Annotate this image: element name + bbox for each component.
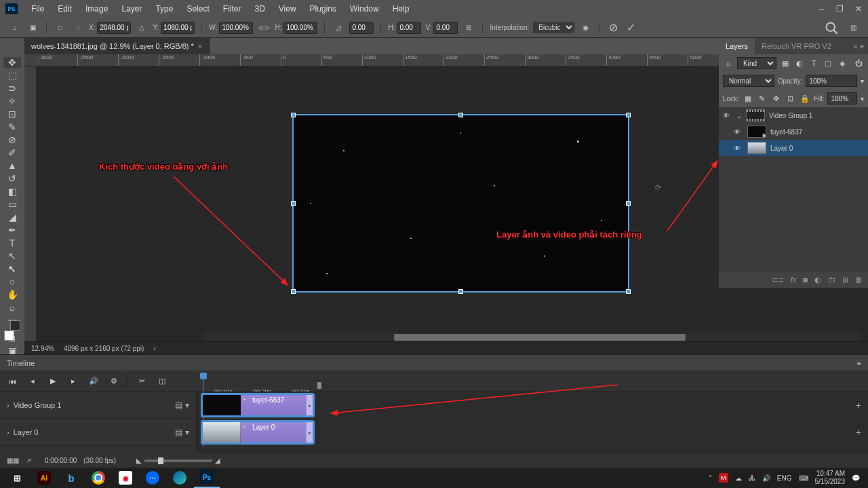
visibility-icon[interactable]: 👁 (723, 112, 732, 119)
delta-icon[interactable]: △ (135, 21, 149, 35)
new-layer-icon[interactable]: ⊞ (842, 276, 848, 284)
handle-mid-left[interactable] (291, 201, 296, 206)
filter-toggle-icon[interactable]: ⏻ (853, 58, 864, 69)
blend-mode-select[interactable]: Normal (723, 75, 774, 87)
workspace-icon[interactable]: ▥ (846, 21, 860, 35)
menu-window[interactable]: Window (343, 4, 386, 14)
visibility-icon[interactable]: 👁 (734, 128, 743, 136)
taskbar-app-edge[interactable] (167, 468, 193, 488)
interp-select[interactable]: Bicubic (533, 22, 574, 33)
hand-tool[interactable]: ✋ (3, 289, 21, 300)
handle-bottom-left[interactable] (291, 289, 296, 294)
menu-select[interactable]: Select (180, 4, 216, 14)
taskbar-app-bing[interactable]: b (58, 468, 84, 488)
path-select-tool[interactable]: ↖ (3, 250, 21, 261)
skew-v-input[interactable] (433, 22, 458, 34)
lock-position-icon[interactable]: ✥ (771, 93, 782, 104)
timeline-track-label[interactable]: › Layer 0 ▤▾ (0, 419, 196, 446)
tray-clock[interactable]: 10:47 AM 5/15/2023 (815, 470, 846, 486)
w-input[interactable] (219, 22, 253, 34)
filter-type-icon[interactable]: T (808, 58, 819, 69)
track-options-icon[interactable]: ▤ (175, 400, 182, 410)
transform-bounding-box[interactable] (292, 114, 629, 293)
anti-alias-icon[interactable]: ◉̶ (578, 21, 592, 35)
reference-point-icon[interactable]: □ (54, 21, 67, 35)
h-input[interactable] (283, 22, 317, 34)
crop-tool[interactable]: ⊡ (3, 109, 21, 119)
fill-input[interactable] (827, 92, 857, 105)
visibility-icon[interactable]: 👁 (734, 145, 743, 152)
eraser-tool[interactable]: ◧ (3, 186, 21, 197)
eyedropper-tool[interactable]: ✎ (3, 121, 21, 132)
layer-row[interactable]: 👁 Layer 0 (719, 140, 868, 156)
prev-frame-icon[interactable]: ◂ (26, 375, 39, 388)
settings-icon[interactable]: ⚙ (107, 375, 121, 388)
tray-network-icon[interactable]: 🖧 (749, 474, 755, 482)
warp-icon[interactable]: ⊞ (462, 21, 475, 35)
next-frame-icon[interactable]: ▸ (66, 375, 80, 388)
cancel-transform-icon[interactable]: ⊘ (606, 21, 620, 35)
zoom-level[interactable]: 12.94% (31, 345, 54, 352)
zoom-in-icon[interactable]: ◢ (215, 457, 220, 464)
tab-retouch-vr[interactable]: Retouch VR PRO V2 (755, 38, 838, 54)
group-disclosure-icon[interactable]: ⌄ (736, 112, 742, 119)
move-tool[interactable]: ✥ (3, 57, 21, 68)
x-input[interactable] (97, 22, 131, 34)
tab-layers[interactable]: Layers (719, 38, 755, 54)
frame-animation-icon[interactable]: ▦▦ (7, 457, 19, 464)
skew-h-input[interactable] (397, 22, 421, 34)
split-clip-icon[interactable]: ✂ (135, 375, 149, 388)
menu-3d[interactable]: 3D (248, 4, 271, 14)
timeline-track-label[interactable]: › Video Group 1 ▤▾ (0, 392, 196, 419)
lock-all-icon[interactable]: 🔒 (800, 93, 810, 104)
handle-mid-right[interactable] (626, 201, 631, 206)
timeline-zoom-slider[interactable] (144, 459, 212, 462)
tray-mcafee-icon[interactable]: M (719, 473, 728, 483)
clip-end-handle[interactable]: ▸ (306, 395, 313, 415)
close-tab-icon[interactable]: × (198, 42, 202, 50)
search-icon[interactable] (825, 21, 838, 35)
menu-layer[interactable]: Layer (115, 4, 149, 14)
menu-view[interactable]: View (272, 4, 303, 14)
tray-volume-icon[interactable]: 🔊 (762, 474, 770, 482)
handle-bottom-right[interactable] (626, 289, 631, 294)
group-layers-icon[interactable]: 🗀 (828, 276, 835, 284)
timeline-menu-icon[interactable]: ≡ (857, 359, 861, 367)
menu-plugins[interactable]: Plugins (303, 4, 343, 14)
work-area-end[interactable] (317, 382, 321, 389)
add-media-icon[interactable]: + (856, 400, 861, 411)
handle-top-center[interactable] (458, 113, 463, 117)
go-to-first-frame-icon[interactable]: ⏮ (5, 375, 19, 388)
horizontal-scrollbar[interactable] (204, 333, 860, 341)
window-minimize-icon[interactable]: ─ (817, 5, 826, 14)
taskbar-app-illustrator[interactable]: Ai (31, 468, 57, 488)
gradient-tool[interactable]: ▭ (3, 199, 21, 210)
audio-icon[interactable]: 🔊 (87, 375, 100, 388)
zoom-out-icon[interactable]: ◣ (136, 457, 142, 464)
adjustment-layer-icon[interactable]: ◐ (814, 276, 821, 284)
document-tab[interactable]: wolves-1341881.jpg @ 12.9% (Layer 0, RGB… (24, 38, 210, 54)
type-tool[interactable]: T (3, 238, 21, 248)
track-disclosure-icon[interactable]: › (7, 401, 9, 409)
fx-icon[interactable]: fx (791, 276, 797, 284)
clone-stamp-tool[interactable]: ▲ (3, 160, 21, 171)
panel-menu-icon[interactable]: ≡ (860, 43, 864, 50)
tray-ime-icon[interactable]: ⌨ (799, 474, 808, 482)
timeline-clip[interactable]: › tuyet-6837 ▸ (201, 393, 315, 417)
angle-input[interactable] (349, 22, 374, 34)
layer-mask-icon[interactable]: ◙ (803, 276, 808, 284)
status-chevron-icon[interactable]: › (153, 345, 155, 352)
menu-file[interactable]: File (24, 4, 51, 14)
tray-chevron-icon[interactable]: ˄ (709, 474, 712, 482)
pen-tool[interactable]: ✒ (3, 225, 21, 236)
link-icon[interactable]: ⊂⊃ (257, 21, 271, 35)
menu-filter[interactable]: Filter (216, 4, 248, 14)
home-icon[interactable]: ⌂ (8, 21, 22, 35)
taskbar-app-snagit[interactable]: ◉ (113, 468, 138, 488)
window-close-icon[interactable]: ✕ (854, 5, 863, 14)
opacity-input[interactable] (806, 75, 857, 87)
delete-layer-icon[interactable]: 🗑 (855, 276, 863, 284)
direct-select-tool[interactable]: ↖ (3, 263, 21, 274)
blur-tool[interactable]: ◢ (3, 212, 21, 223)
magic-wand-tool[interactable]: ✧ (3, 96, 21, 107)
